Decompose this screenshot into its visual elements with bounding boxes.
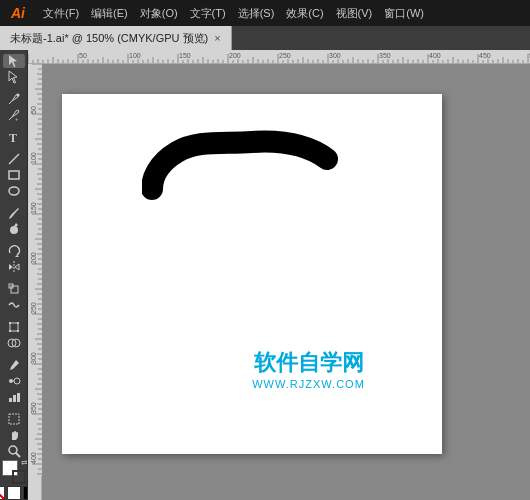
tabbar: 未标题-1.ai* @ 150% (CMYK/GPU 预览) × bbox=[0, 26, 530, 50]
scale-tool[interactable] bbox=[3, 282, 25, 296]
direct-select-tool[interactable] bbox=[3, 70, 25, 84]
select-tool[interactable] bbox=[3, 54, 25, 68]
menu-file[interactable]: 文件(F) bbox=[38, 4, 84, 23]
toolbar: + T bbox=[0, 50, 28, 500]
svg-rect-6 bbox=[9, 171, 19, 179]
swap-icon[interactable]: ⇄ bbox=[21, 458, 28, 467]
eyedropper-tool[interactable] bbox=[3, 358, 25, 372]
menu-text[interactable]: 文字(T) bbox=[185, 4, 231, 23]
rotate-tool[interactable] bbox=[3, 244, 25, 258]
blend-tool[interactable] bbox=[3, 374, 25, 388]
svg-marker-9 bbox=[15, 255, 19, 257]
hand-tool[interactable] bbox=[3, 428, 25, 442]
type-tool[interactable]: T bbox=[3, 130, 25, 144]
svg-rect-17 bbox=[17, 322, 19, 324]
right-section: 软件自学网 WWW.RJZXW.COM bbox=[28, 50, 530, 500]
svg-rect-15 bbox=[10, 323, 18, 331]
stroke-indicator[interactable] bbox=[12, 470, 26, 484]
horizontal-ruler bbox=[28, 50, 530, 64]
svg-marker-0 bbox=[9, 55, 17, 67]
svg-rect-19 bbox=[17, 330, 19, 332]
blob-brush-tool[interactable] bbox=[3, 222, 25, 236]
svg-rect-16 bbox=[9, 322, 11, 324]
add-anchor-tool[interactable]: + bbox=[3, 108, 25, 122]
paintbrush-tool[interactable] bbox=[3, 206, 25, 220]
svg-rect-27 bbox=[13, 395, 16, 402]
svg-marker-11 bbox=[9, 264, 13, 270]
menu-bar: 文件(F) 编辑(E) 对象(O) 文字(T) 选择(S) 效果(C) 视图(V… bbox=[38, 4, 429, 23]
color-row bbox=[0, 486, 28, 500]
line-segment-tool[interactable] bbox=[3, 152, 25, 166]
zoom-tool[interactable] bbox=[3, 444, 25, 458]
shape-builder-tool[interactable] bbox=[3, 336, 25, 350]
brush-stroke-svg bbox=[142, 124, 342, 214]
svg-rect-28 bbox=[17, 393, 20, 402]
canvas-content[interactable]: 软件自学网 WWW.RJZXW.COM bbox=[42, 64, 530, 500]
vertical-ruler bbox=[28, 64, 42, 500]
svg-point-7 bbox=[9, 187, 19, 195]
menu-select[interactable]: 选择(S) bbox=[233, 4, 280, 23]
svg-text:T: T bbox=[9, 131, 17, 144]
reflect-tool[interactable] bbox=[3, 260, 25, 274]
menu-window[interactable]: 窗口(W) bbox=[379, 4, 429, 23]
svg-text:+: + bbox=[15, 116, 19, 122]
artboard-tool[interactable] bbox=[3, 412, 25, 426]
menu-object[interactable]: 对象(O) bbox=[135, 4, 183, 23]
menu-edit[interactable]: 编辑(E) bbox=[86, 4, 133, 23]
white-swatch[interactable] bbox=[7, 486, 21, 500]
svg-point-8 bbox=[10, 226, 18, 234]
pen-tool[interactable] bbox=[3, 92, 25, 106]
svg-rect-26 bbox=[9, 398, 12, 402]
ellipse-tool[interactable] bbox=[3, 184, 25, 198]
main-layout: + T bbox=[0, 50, 530, 500]
tab-close-button[interactable]: × bbox=[214, 32, 220, 44]
none-swatch[interactable] bbox=[0, 486, 5, 500]
warp-tool[interactable] bbox=[3, 298, 25, 312]
fill-stroke-indicator[interactable]: ⇄ bbox=[2, 460, 26, 484]
svg-rect-13 bbox=[11, 286, 18, 293]
svg-rect-29 bbox=[9, 414, 19, 424]
menu-view[interactable]: 视图(V) bbox=[331, 4, 378, 23]
svg-point-24 bbox=[14, 378, 20, 384]
rect-tool[interactable] bbox=[3, 168, 25, 182]
svg-line-5 bbox=[9, 154, 19, 164]
color-boxes: ⇄ bbox=[0, 460, 28, 500]
svg-marker-12 bbox=[15, 264, 19, 270]
graph-tool[interactable] bbox=[3, 390, 25, 404]
tab-label: 未标题-1.ai* @ 150% (CMYK/GPU 预览) bbox=[10, 31, 208, 46]
menu-effect[interactable]: 效果(C) bbox=[281, 4, 328, 23]
svg-point-30 bbox=[9, 446, 17, 454]
free-transform-tool[interactable] bbox=[3, 320, 25, 334]
svg-point-2 bbox=[16, 94, 19, 97]
svg-line-31 bbox=[16, 453, 20, 457]
svg-marker-1 bbox=[9, 71, 17, 83]
canvas-area[interactable]: 软件自学网 WWW.RJZXW.COM bbox=[28, 64, 530, 500]
titlebar: Ai 文件(F) 编辑(E) 对象(O) 文字(T) 选择(S) 效果(C) 视… bbox=[0, 0, 530, 26]
artboard bbox=[62, 94, 442, 454]
ai-logo: Ai bbox=[6, 2, 30, 24]
active-tab[interactable]: 未标题-1.ai* @ 150% (CMYK/GPU 预览) × bbox=[0, 26, 232, 50]
svg-point-23 bbox=[9, 379, 13, 383]
svg-rect-18 bbox=[9, 330, 11, 332]
